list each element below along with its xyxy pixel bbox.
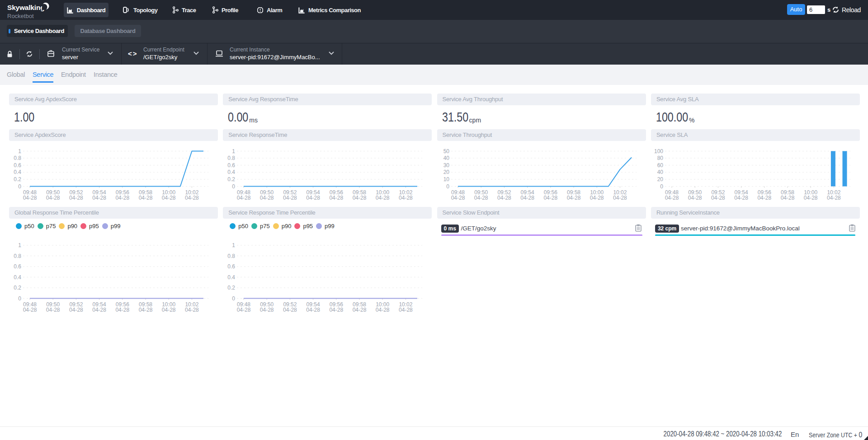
svg-text:04-28: 04-28 [185,195,199,201]
svg-text:0.4: 0.4 [14,274,21,281]
svg-text:0: 0 [18,183,21,190]
svg-text:04-28: 04-28 [543,195,557,201]
svg-text:80: 80 [657,155,664,161]
svg-text:04-28: 04-28 [139,195,153,201]
svg-text:0.6: 0.6 [14,162,21,169]
svg-text:04-28: 04-28 [283,195,297,201]
svg-text:04-28: 04-28 [330,307,344,313]
svg-text:20: 20 [443,169,449,175]
svg-text:0.6: 0.6 [228,263,236,270]
svg-text:04-28: 04-28 [307,307,321,313]
svg-text:04-28: 04-28 [162,307,176,313]
svg-text:30: 30 [443,162,449,169]
svg-text:04-28: 04-28 [162,195,176,201]
svg-text:04-28: 04-28 [115,307,129,313]
svg-text:40: 40 [657,169,664,175]
svg-text:04-28: 04-28 [376,307,390,313]
svg-text:0: 0 [232,295,236,302]
svg-text:0.8: 0.8 [14,253,21,259]
svg-text:04-28: 04-28 [376,195,390,201]
svg-text:04-28: 04-28 [734,195,748,201]
svg-text:04-28: 04-28 [781,195,795,201]
svg-text:04-28: 04-28 [92,307,106,313]
svg-text:04-28: 04-28 [451,195,465,201]
svg-text:04-28: 04-28 [711,195,725,201]
svg-text:04-28: 04-28 [330,195,344,201]
svg-text:04-28: 04-28 [46,307,60,313]
svg-text:0.2: 0.2 [228,285,236,291]
svg-text:04-28: 04-28 [520,195,534,201]
svg-text:04-28: 04-28 [474,195,488,201]
svg-text:10: 10 [443,176,449,183]
svg-text:0.4: 0.4 [228,169,236,175]
svg-text:04-28: 04-28 [237,307,251,313]
svg-text:04-28: 04-28 [353,307,367,313]
svg-text:04-28: 04-28 [23,307,37,313]
svg-text:04-28: 04-28 [69,307,83,313]
svg-text:04-28: 04-28 [804,195,818,201]
svg-text:0.6: 0.6 [228,162,236,169]
svg-text:04-28: 04-28 [613,195,627,201]
svg-text:0.8: 0.8 [14,155,21,161]
svg-text:04-28: 04-28 [23,195,37,201]
svg-text:100: 100 [654,148,663,154]
svg-text:0: 0 [232,183,236,190]
svg-text:1: 1 [232,242,236,248]
svg-text:04-28: 04-28 [497,195,511,201]
svg-text:60: 60 [657,162,664,169]
svg-text:04-28: 04-28 [115,195,129,201]
svg-text:0: 0 [18,295,21,302]
svg-text:04-28: 04-28 [399,195,413,201]
svg-text:0: 0 [660,183,663,190]
svg-text:04-28: 04-28 [665,195,679,201]
svg-text:1: 1 [18,242,21,248]
svg-text:1: 1 [232,148,236,154]
svg-text:04-28: 04-28 [260,307,274,313]
svg-text:0: 0 [446,183,449,190]
svg-text:04-28: 04-28 [399,307,413,313]
svg-text:04-28: 04-28 [92,195,106,201]
svg-text:0.4: 0.4 [14,169,21,175]
svg-text:04-28: 04-28 [688,195,702,201]
svg-text:0.6: 0.6 [14,263,21,270]
svg-text:04-28: 04-28 [139,307,153,313]
svg-text:04-28: 04-28 [307,195,321,201]
svg-text:0.8: 0.8 [228,155,236,161]
svg-text:04-28: 04-28 [185,307,199,313]
svg-text:04-28: 04-28 [283,307,297,313]
svg-text:04-28: 04-28 [69,195,83,201]
svg-text:1: 1 [18,148,21,154]
svg-text:20: 20 [657,176,664,183]
svg-text:0.2: 0.2 [14,285,21,291]
svg-text:04-28: 04-28 [46,195,60,201]
svg-text:04-28: 04-28 [237,195,251,201]
svg-text:40: 40 [443,155,449,161]
svg-text:04-28: 04-28 [590,195,604,201]
svg-text:0.8: 0.8 [228,253,236,259]
svg-text:0.4: 0.4 [228,274,236,281]
svg-text:04-28: 04-28 [827,195,841,201]
svg-text:04-28: 04-28 [353,195,367,201]
svg-text:0.2: 0.2 [228,176,236,183]
svg-text:04-28: 04-28 [566,195,580,201]
svg-text:04-28: 04-28 [757,195,771,201]
svg-text:04-28: 04-28 [260,195,274,201]
svg-text:0.2: 0.2 [14,176,21,183]
svg-text:50: 50 [443,148,449,154]
